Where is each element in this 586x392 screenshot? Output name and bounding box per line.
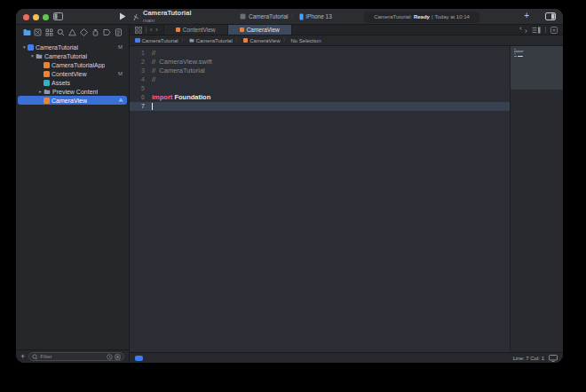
add-item-button[interactable]: + [20,353,25,361]
tree-item-label: Assets [51,80,70,86]
breakpoints-toggle-icon[interactable] [135,356,143,361]
breadcrumb-item[interactable]: CameraTutorial [189,38,233,43]
minimize-window-button[interactable] [33,14,39,20]
tests-icon[interactable] [79,28,88,37]
tree-item-cameratutorialapp[interactable]: CameraTutorialApp [18,60,127,69]
close-window-button[interactable] [23,14,29,20]
tree-item-label: CameraTutorialApp [51,62,105,68]
code-text: // [152,49,155,58]
swift-file-icon [176,27,180,32]
breadcrumb-item[interactable]: No Selection [291,38,321,43]
scheme-device-label: iPhone 13 [306,13,332,20]
symbols-icon[interactable] [45,28,54,37]
window-title: CameraTutorial [143,10,191,17]
recents-clock-icon[interactable] [107,354,113,360]
editor-panel-icon[interactable] [545,12,556,20]
status-divider: | [432,14,433,20]
filter-placeholder: Filter [40,354,105,359]
zoom-window-button[interactable] [43,14,49,20]
editor-display-icon[interactable] [549,355,558,362]
tree-item-contentview[interactable]: ContentViewM [18,69,127,78]
related-items-icon[interactable] [135,27,142,34]
app-file-icon [28,44,34,51]
project-navigator-tree: ▾CameraTutorialM▾CameraTutorialCameraTut… [16,40,129,349]
line-number: 7 [130,102,145,111]
line-col-indicator: Line: 7 Col: 1 [513,356,544,361]
breadcrumb-label: CameraTutorial [196,38,233,43]
breadcrumb-label: No Selection [291,38,321,43]
sidebar-toggle-icon[interactable] [53,12,63,20]
add-editor-icon[interactable] [550,27,558,34]
code-line-7[interactable]: 7 [130,102,510,111]
tree-item-label: CameraView [51,98,87,104]
jump-bar: CameraTutorial〉CameraTutorial〉CameraView… [130,35,563,46]
code-line-2[interactable]: 2// CameraView.swift [130,58,510,67]
code-text: // CameraTutorial [152,67,205,75]
breadcrumb-label: CameraView [249,38,280,43]
project-navigator-icon[interactable] [22,28,31,37]
folder-file-icon [36,53,43,59]
navigator-filter-field[interactable]: Filter [28,352,124,361]
tree-item-label: CameraTutorial [36,44,78,51]
line-number: 1 [130,49,145,58]
status-state: Ready [414,14,430,20]
xcode-window: CameraTutorial main CameraTutorial 〉 iPh… [16,9,563,363]
editor-tab-cameraview[interactable]: CameraView [228,25,292,35]
minimap-line-mark [514,56,517,57]
debug-icon[interactable] [91,28,99,37]
branch-label: main [143,17,191,24]
code-line-1[interactable]: 1// [130,49,510,58]
reports-icon[interactable] [114,28,123,37]
app-icon [135,38,140,43]
source-editor[interactable]: 1//2// CameraView.swift3// CameraTutoria… [130,46,563,352]
minimap-line-mark [514,49,516,50]
text-cursor [152,103,153,110]
activity-status-pill[interactable]: CameraTutorial: Ready | Today at 10:14 [364,12,479,23]
forward-chevron-icon[interactable]: › [155,27,157,33]
code-line-3[interactable]: 3// CameraTutorial [130,67,510,75]
tree-item-assets[interactable]: Assets [18,78,127,87]
code-text [152,102,153,111]
disclosure-chevron-icon[interactable]: ▸ [37,89,44,94]
line-number: 4 [130,75,145,84]
editor-area: ‹ › ContentViewCameraView [130,25,563,363]
tree-item-label: CameraTutorial [44,53,87,59]
find-icon[interactable] [57,28,66,37]
breadcrumb-separator: 〉 [283,36,289,44]
editor-tab-bar: ‹ › ContentViewCameraView [130,25,563,35]
breakpoints-icon[interactable] [102,28,111,37]
run-icon[interactable] [119,12,126,20]
file-status-badge: M [118,44,123,50]
tree-item-preview-content[interactable]: ▸Preview Content [18,87,127,96]
code-line-4[interactable]: 4// [130,75,510,84]
swift-icon [243,38,249,43]
add-tab-icon[interactable]: + [524,12,529,20]
code-review-icon[interactable] [519,27,527,33]
editor-options-icon[interactable] [532,27,541,34]
back-chevron-icon[interactable]: ‹ [150,27,152,33]
tree-item-cameratutorial[interactable]: ▾CameraTutorialM [18,43,127,51]
scheme-app-icon [240,13,246,20]
tree-item-cameratutorial[interactable]: ▾CameraTutorial [18,51,127,60]
breadcrumb-item[interactable]: CameraView [243,38,281,43]
scheme-selector[interactable]: CameraTutorial 〉 iPhone 13 [240,12,332,20]
code-line-6[interactable]: 6import Foundation [130,93,510,102]
code-text: // [152,75,155,84]
issues-icon[interactable] [68,28,77,37]
editor-bottom-bar: Line: 7 Col: 1 [130,352,563,363]
editor-tab-contentview[interactable]: ContentView [164,25,228,35]
swift-file-icon [44,62,50,68]
breadcrumb-item[interactable]: CameraTutorial [135,38,178,43]
disclosure-chevron-icon[interactable]: ▾ [29,53,36,59]
swift-file-icon [240,27,244,32]
code-text: // CameraView.swift [152,58,212,67]
code-line-5[interactable]: 5 [130,84,510,93]
minimap-viewport[interactable] [511,46,563,90]
filter-scope-icon[interactable] [115,354,121,360]
disclosure-chevron-icon[interactable]: ▾ [21,44,28,50]
source-control-icon[interactable] [34,28,43,37]
tree-item-cameraview[interactable]: CameraViewA [18,96,127,105]
minimap[interactable] [510,46,563,352]
navigator-tab-bar [16,25,129,40]
minimap-line-mark [518,56,523,57]
